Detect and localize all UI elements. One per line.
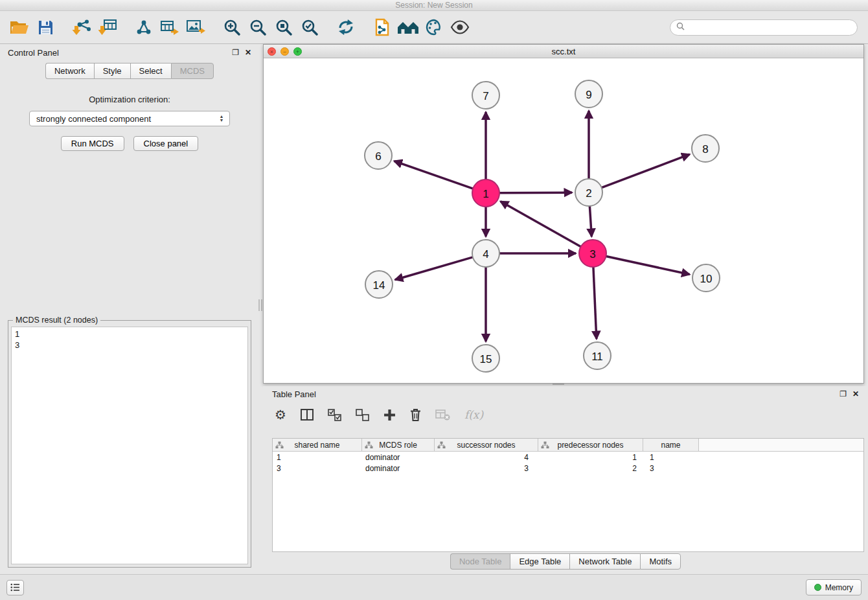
optimization-criterion-value: strongly connected component [36,114,151,124]
add-column-icon[interactable] [383,409,396,421]
cell-mcds-role[interactable]: dominator [362,464,435,473]
column-header-predecessor-nodes[interactable]: predecessor nodes [538,439,643,451]
import-network-icon[interactable] [70,15,93,40]
tab-motifs[interactable]: Motifs [640,553,681,570]
column-header-filler [699,439,863,451]
graph-edge-2-8[interactable] [602,154,690,187]
tab-select[interactable]: Select [130,63,171,79]
column-header-name[interactable]: name [643,439,699,451]
table-row[interactable]: 1 dominator 4 1 1 [273,452,863,463]
select-all-rows-icon[interactable] [328,409,341,421]
window-minimize-icon[interactable]: − [280,47,289,56]
optimization-criterion-select[interactable]: strongly connected component ▲▼ [29,111,230,126]
float-table-panel-icon[interactable]: ❐ [839,390,847,398]
close-panel-icon[interactable]: ✕ [245,49,251,56]
graph-node-label: 1 [483,188,488,200]
zoom-in-icon[interactable] [220,15,244,40]
graph-edge-3-10[interactable] [606,256,690,274]
cell-shared-name[interactable]: 1 [273,453,362,462]
cell-mcds-role[interactable]: dominator [362,453,435,462]
graph-node-label: 11 [591,351,603,363]
network-window-title: scc.txt [264,47,863,56]
window-zoom-icon[interactable]: + [293,47,302,56]
graph-edge-2-3[interactable] [589,206,591,237]
export-image-icon[interactable] [184,15,207,40]
delete-column-icon[interactable] [410,408,421,421]
show-columns-icon[interactable] [301,409,314,421]
network-to-table-icon[interactable] [158,15,181,40]
float-panel-icon[interactable]: ❐ [232,49,239,56]
import-table-icon[interactable] [96,15,119,40]
graph-node-3[interactable]: 3 [579,240,606,267]
memory-button[interactable]: Memory [806,579,862,595]
cell-predecessor-nodes[interactable]: 1 [538,453,643,462]
mcds-result-value: 1 [15,329,244,340]
new-network-icon[interactable] [132,15,155,40]
column-header-successor-nodes[interactable]: successor nodes [435,439,538,451]
table-settings-gear-icon[interactable]: ⚙ [275,407,286,422]
tab-style[interactable]: Style [94,63,130,79]
graph-node-11[interactable]: 11 [584,342,611,369]
tab-node-table[interactable]: Node Table [450,553,510,570]
graph-node-2[interactable]: 2 [575,179,602,206]
graph-node-14[interactable]: 14 [365,271,393,298]
zoom-out-icon[interactable] [246,15,269,40]
graph-node-10[interactable]: 10 [692,264,720,292]
mcds-result-list[interactable]: 1 3 [11,327,248,564]
clone-network-icon[interactable] [371,15,394,40]
apply-style-icon[interactable] [422,15,446,40]
graph-edge-4-14[interactable] [395,257,473,280]
graph-node-6[interactable]: 6 [365,142,392,169]
close-table-panel-icon[interactable]: ✕ [852,390,859,398]
close-panel-button[interactable]: Close panel [133,136,199,151]
search-field[interactable] [670,19,858,36]
cell-shared-name[interactable]: 3 [273,464,362,473]
graph-node-4[interactable]: 4 [472,240,499,267]
search-input[interactable] [688,23,851,32]
vertical-splitter-handle[interactable] [258,299,262,311]
graph-node-label: 9 [586,89,591,101]
deselect-all-rows-icon[interactable] [356,409,369,421]
cell-name[interactable]: 1 [643,453,699,462]
column-header-shared-name[interactable]: shared name [273,439,362,451]
cell-successor-nodes[interactable]: 4 [435,453,538,462]
graph-edge-3-11[interactable] [593,267,597,339]
save-session-icon[interactable] [34,15,57,40]
tab-mcds[interactable]: MCDS [171,63,214,79]
graph-node-label: 14 [373,279,385,292]
run-mcds-button[interactable]: Run MCDS [61,136,124,151]
table-row[interactable]: 3 dominator 3 2 3 [273,463,863,474]
network-view-window: scc.txt × − + 7968124314101511 [263,44,864,384]
tab-network-table[interactable]: Network Table [569,553,640,570]
first-neighbors-icon[interactable] [396,15,420,40]
show-hide-graphics-icon[interactable] [448,15,472,40]
tab-network[interactable]: Network [45,63,94,79]
task-history-button[interactable] [6,580,24,595]
zoom-selected-icon[interactable] [298,15,321,40]
table-panel-tabs: Node Table Edge Table Network Table Moti… [263,553,868,570]
cell-name[interactable]: 3 [643,464,699,473]
graph-node-7[interactable]: 7 [472,82,499,109]
cell-successor-nodes[interactable]: 3 [435,464,538,473]
graph-node-label: 6 [375,150,381,163]
graph-edge-3-1[interactable] [501,202,581,247]
graph-node-15[interactable]: 15 [472,345,499,372]
cell-predecessor-nodes[interactable]: 2 [538,464,643,473]
delete-table-icon [435,409,450,421]
mcds-result-title: MCDS result (2 nodes) [13,316,100,325]
open-folder-icon[interactable] [8,15,31,40]
column-tree-icon [541,441,549,451]
graph-node-1[interactable]: 1 [472,179,499,207]
zoom-fit-icon[interactable] [272,15,295,40]
column-header-mcds-role[interactable]: MCDS role [362,439,435,451]
graph-node-label: 3 [589,248,595,260]
graph-node-8[interactable]: 8 [692,135,719,162]
tab-edge-table[interactable]: Edge Table [510,553,569,570]
network-canvas[interactable]: 7968124314101511 [264,58,863,383]
graph-node-9[interactable]: 9 [575,80,602,108]
optimization-criterion-label: Optimization criterion: [0,95,259,104]
window-close-icon[interactable]: × [268,47,276,56]
graph-edge-1-2[interactable] [499,192,572,193]
refresh-view-icon[interactable] [334,15,358,40]
graph-edge-1-6[interactable] [394,161,474,189]
